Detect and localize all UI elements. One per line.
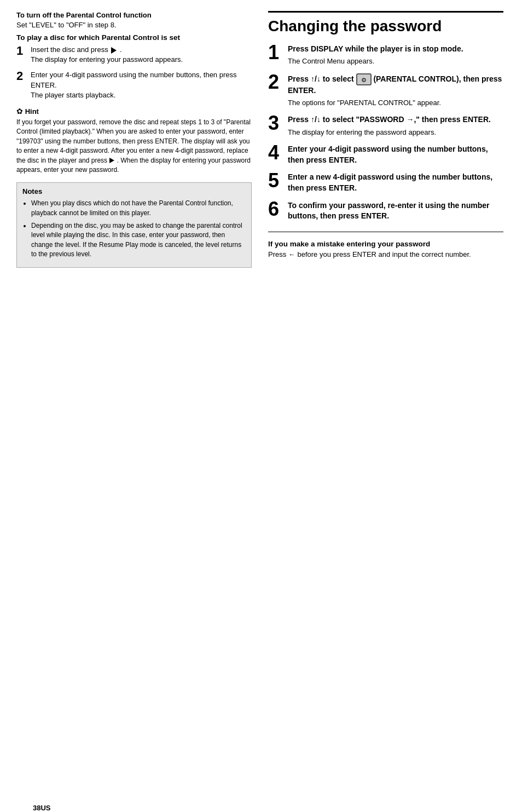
note-item-2: Depending on the disc, you may be asked … (31, 221, 246, 260)
change-step1-bold: Press DISPLAY while the player is in sto… (288, 44, 463, 53)
parental-control-icon: ⚙ (356, 73, 372, 85)
hint-play-icon (109, 158, 114, 163)
step1-num: 1 (16, 45, 26, 57)
note-item-1: When you play discs which do not have th… (31, 199, 246, 218)
change-step6-num: 6 (268, 199, 283, 219)
change-step3-bold: Press ↑/↓ to select "PASSWORD →," then p… (288, 115, 491, 124)
hint-label: Hint (25, 107, 39, 116)
change-step3-content: Press ↑/↓ to select "PASSWORD →," then p… (288, 113, 491, 137)
step1-body: The display for entering your password a… (31, 55, 183, 64)
change-step1: 1 Press DISPLAY while the player is in s… (268, 43, 503, 67)
step2-content: Enter your 4-digit password using the nu… (31, 70, 252, 100)
change-step4: 4 Enter your 4-digit password using the … (268, 143, 503, 165)
section-title: Changing the password (268, 18, 503, 35)
turn-off-title: To turn off the Parental Control functio… (16, 11, 252, 19)
change-step3: 3 Press ↑/↓ to select "PASSWORD →," then… (268, 113, 503, 137)
change-step4-content: Enter your 4-digit password using the nu… (288, 143, 503, 165)
mistake-section: If you make a mistake entering your pass… (268, 240, 503, 258)
change-step6-bold: To confirm your password, re-enter it us… (288, 201, 489, 221)
mistake-title: If you make a mistake entering your pass… (268, 240, 503, 248)
change-step4-num: 4 (268, 143, 283, 163)
turn-off-section: To turn off the Parental Control functio… (16, 11, 252, 29)
play-icon (111, 47, 117, 54)
play-disc-step1: 1 Insert the disc and press . The displa… (16, 45, 252, 65)
play-disc-section: To play a disc for which Parental Contro… (16, 33, 252, 268)
change-step5-bold: Enter a new 4-digit password using the n… (288, 172, 492, 192)
change-step5-num: 5 (268, 171, 283, 191)
change-step5: 5 Enter a new 4-digit password using the… (268, 171, 503, 193)
play-disc-title: To play a disc for which Parental Contro… (16, 33, 252, 42)
hint-body: If you forget your password, remove the … (16, 118, 252, 175)
change-step5-content: Enter a new 4-digit password using the n… (288, 171, 503, 193)
step2-body: The player starts playback. (31, 91, 115, 99)
step1-text: Insert the disc and press (31, 45, 108, 54)
hint-title: ✿ Hint (16, 107, 252, 116)
step2-text: Enter your 4-digit password using the nu… (31, 71, 237, 89)
change-step2-bold-pre: Press ↑/↓ to select (288, 74, 356, 83)
page-number: 38US (33, 804, 51, 812)
notes-list: When you play discs which do not have th… (22, 199, 246, 259)
change-step2: 2 Press ↑/↓ to select ⚙ (PARENTAL CONTRO… (268, 72, 503, 108)
hint-section: ✿ Hint If you forget your password, remo… (16, 107, 252, 175)
step2-num: 2 (16, 70, 26, 82)
change-step3-num: 3 (268, 113, 283, 133)
notes-header: Notes (22, 187, 246, 195)
step1-content: Insert the disc and press . The display … (31, 45, 183, 65)
change-step2-num: 2 (268, 72, 283, 92)
right-column: Changing the password 1 Press DISPLAY wh… (268, 11, 503, 268)
change-step1-body: The Control Menu appears. (288, 56, 463, 66)
change-step1-content: Press DISPLAY while the player is in sto… (288, 43, 463, 67)
mistake-body: Press ← before you press ENTER and input… (268, 250, 503, 258)
hint-icon: ✿ (16, 107, 23, 116)
change-step3-body: The display for entering the password ap… (288, 128, 491, 137)
step1-period: . (120, 45, 122, 54)
notes-box: Notes When you play discs which do not h… (16, 182, 252, 267)
play-disc-step2: 2 Enter your 4-digit password using the … (16, 70, 252, 100)
change-step2-content: Press ↑/↓ to select ⚙ (PARENTAL CONTROL)… (288, 72, 503, 108)
change-password-steps: 1 Press DISPLAY while the player is in s… (268, 43, 503, 222)
turn-off-body: Set "LEVEL" to "OFF" in step 8. (16, 21, 252, 29)
left-column: To turn off the Parental Control functio… (16, 11, 252, 268)
section-divider (268, 232, 503, 232)
change-step2-body: The options for "PARENTAL CONTROL" appea… (288, 98, 503, 108)
play-disc-steps: 1 Insert the disc and press . The displa… (16, 45, 252, 100)
change-step6-content: To confirm your password, re-enter it us… (288, 199, 503, 222)
change-step1-num: 1 (268, 43, 283, 62)
change-step6: 6 To confirm your password, re-enter it … (268, 199, 503, 222)
change-step4-bold: Enter your 4-digit password using the nu… (288, 145, 488, 164)
